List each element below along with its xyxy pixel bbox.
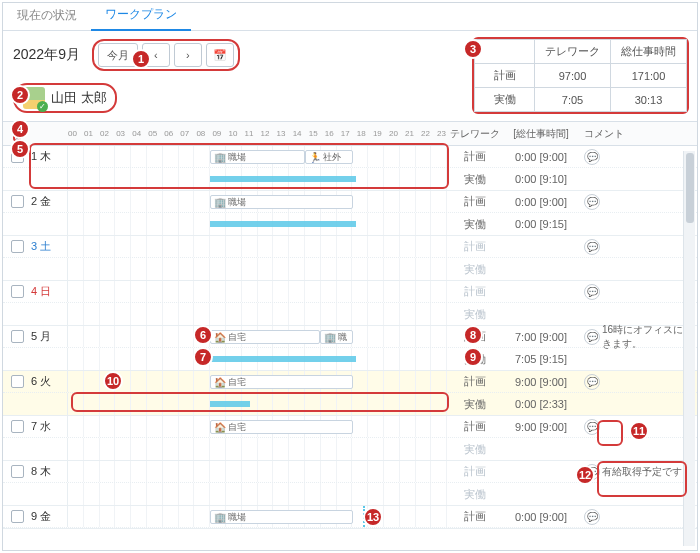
home-icon: 🏠 xyxy=(214,332,226,343)
timeline-actual[interactable] xyxy=(67,213,447,235)
timeline-plan[interactable] xyxy=(67,236,447,257)
tab-workplan[interactable]: ワークプラン xyxy=(91,0,191,31)
home-icon: 🏠 xyxy=(214,377,226,388)
comment-icon[interactable]: 💬 xyxy=(584,509,600,525)
comment-text: 有給取得予定です xyxy=(602,465,682,479)
timeline-plan[interactable] xyxy=(67,281,447,302)
timeline-plan[interactable] xyxy=(67,461,447,482)
timeline-actual[interactable] xyxy=(67,438,447,460)
row-checkbox[interactable] xyxy=(11,420,24,433)
tab-current[interactable]: 現在の状況 xyxy=(3,1,91,30)
col-telework: テレワーク xyxy=(447,127,502,141)
timeline-plan[interactable]: 🏠自宅 xyxy=(67,416,447,437)
col-comment: コメント xyxy=(580,127,697,141)
comment-icon[interactable]: 💬 xyxy=(584,239,600,255)
building-icon: 🏢 xyxy=(324,332,336,343)
timeline-plan[interactable]: 🏢職場 🏃社外 xyxy=(67,146,447,167)
timeline-plan[interactable]: 🏠自宅 🏢職 xyxy=(67,326,447,347)
timeline-actual[interactable] xyxy=(67,393,447,415)
timeline-actual[interactable] xyxy=(67,168,447,190)
vertical-scrollbar[interactable] xyxy=(683,151,695,546)
hour-scale: 0001020304050607080910111213141516171819… xyxy=(67,129,447,138)
comment-icon[interactable]: 💬 xyxy=(584,374,600,390)
row-checkbox[interactable] xyxy=(11,195,24,208)
home-icon: 🏠 xyxy=(214,422,226,433)
comment-icon[interactable]: 💬 xyxy=(584,194,600,210)
comment-icon[interactable]: 💬 xyxy=(584,329,600,345)
row-checkbox[interactable] xyxy=(11,510,24,523)
summary-table: テレワーク総仕事時間 計画97:00171:00 実働7:0530:13 xyxy=(472,37,689,114)
calendar-button[interactable]: 📅 xyxy=(206,43,234,67)
comment-icon[interactable]: 💬 xyxy=(584,149,600,165)
row-checkbox[interactable] xyxy=(11,285,24,298)
building-icon: 🏢 xyxy=(214,197,226,208)
timeline-plan[interactable]: 🏢職場 xyxy=(67,506,447,527)
comment-icon[interactable]: 💬 xyxy=(584,419,600,435)
row-checkbox[interactable] xyxy=(11,375,24,388)
month-label: 2022年9月 xyxy=(13,46,80,64)
user-name: 山田 太郎 xyxy=(51,89,107,107)
next-month-button[interactable]: › xyxy=(174,43,202,67)
timeline-actual[interactable] xyxy=(67,258,447,280)
run-icon: 🏃 xyxy=(309,152,321,163)
row-checkbox[interactable] xyxy=(11,465,24,478)
building-icon: 🏢 xyxy=(214,512,226,523)
row-checkbox[interactable] xyxy=(11,330,24,343)
timeline-actual[interactable] xyxy=(67,348,447,370)
timeline-plan[interactable]: 🏠自宅 xyxy=(67,371,447,392)
day-rows: 1 木 🏢職場 🏃社外 計画 0:00 [9:00] 💬 実働 0:00 [9:… xyxy=(3,146,697,546)
col-hours: [総仕事時間] xyxy=(502,127,580,141)
building-icon: 🏢 xyxy=(214,152,226,163)
comment-icon[interactable]: 💬 xyxy=(584,284,600,300)
timeline-plan[interactable]: 🏢職場 xyxy=(67,191,447,212)
timeline-actual[interactable] xyxy=(67,303,447,325)
timeline-actual[interactable] xyxy=(67,483,447,505)
row-checkbox[interactable] xyxy=(11,240,24,253)
